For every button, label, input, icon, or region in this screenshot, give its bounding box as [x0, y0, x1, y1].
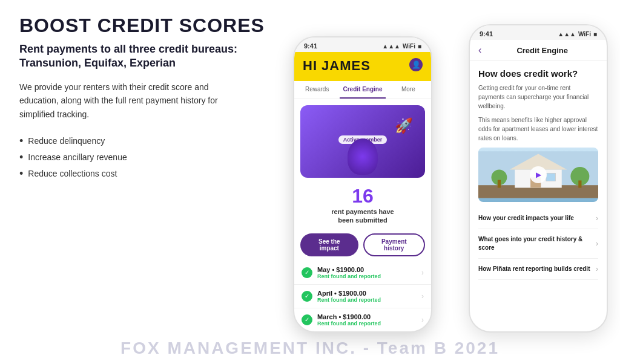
tab-more[interactable]: More [386, 81, 431, 99]
phone2-time: 9:41 [480, 30, 493, 37]
rocket-icon: 🚀 [395, 117, 413, 134]
menu-chevron-3: › [596, 265, 598, 273]
play-button[interactable]: ▶ [530, 166, 547, 183]
menu-chevron-2: › [596, 239, 598, 248]
menu-item-3[interactable]: How Piñata rent reporting builds credit … [478, 259, 598, 280]
phone-1: 9:41 ▲▲▲ WiFi ■ 👤 HI JAMES Rewards Credi… [293, 36, 432, 333]
phone2-status-icons: ▲▲▲ WiFi ■ [558, 31, 597, 37]
battery-icon: ■ [418, 43, 421, 50]
payment-info-march: March • $1900.00 Rent found and reported [317, 313, 417, 327]
payment-item-may: ✓ May • $1900.00 Rent found and reported… [294, 261, 431, 285]
phone1-hero: Active member 🚀 [300, 105, 425, 178]
check-icon-may: ✓ [302, 267, 312, 278]
phone1-header: 👤 HI JAMES [294, 52, 431, 81]
phone2-screen-title: Credit Engine [486, 46, 598, 55]
phone1-status-icons: ▲▲▲ WiFi ■ [382, 43, 421, 50]
phone2-status-bar: 9:41 ▲▲▲ WiFi ■ [470, 25, 607, 40]
credit-desc-2: This means benefits like higher approval… [478, 115, 598, 143]
chevron-icon-april: › [421, 292, 424, 301]
chevron-icon-march: › [421, 316, 424, 324]
chevron-icon-may: › [421, 268, 424, 277]
phone1-tabs: Rewards Credit Engine More [294, 81, 431, 99]
svg-rect-7 [498, 180, 501, 188]
payment-sub-april: Rent found and reported [317, 297, 417, 303]
menu-item-1[interactable]: How your credit impacts your life › [478, 208, 598, 229]
payment-info-april: April • $1900.00 Rent found and reported [317, 290, 417, 303]
bullet-item-2: Increase ancillary revenue [19, 149, 249, 166]
phone1-status-bar: 9:41 ▲▲▲ WiFi ■ [294, 37, 431, 52]
check-icon-march: ✓ [302, 314, 312, 325]
stat-number: 16 [300, 185, 425, 207]
user-icon: 👤 [409, 58, 423, 71]
phone1-stats: 16 rent payments havebeen submitted [294, 178, 431, 229]
phone2-signal-icon: ▲▲▲ [558, 31, 576, 37]
menu-item-text-3: How Piñata rent reporting builds credit [478, 265, 596, 273]
menu-chevron-1: › [596, 214, 598, 223]
greeting: HI JAMES [303, 58, 423, 74]
payment-item-april: ✓ April • $1900.00 Rent found and report… [294, 285, 431, 308]
svg-rect-5 [546, 173, 555, 181]
credit-desc-1: Getting credit for your on-time rent pay… [478, 83, 598, 111]
phone2-battery-icon: ■ [593, 31, 597, 37]
check-icon-april: ✓ [302, 291, 312, 302]
hero-figure [348, 138, 378, 175]
phone2-content: How does credit work? Getting credit for… [470, 61, 607, 287]
bullet-item-3: Reduce collections cost [19, 166, 249, 182]
house-image: ▶ [478, 148, 598, 202]
bullet-item-1: Reduce delinquency [19, 133, 249, 149]
wifi-icon: WiFi [403, 43, 415, 50]
tab-rewards[interactable]: Rewards [294, 81, 340, 99]
payment-sub-march: Rent found and reported [317, 320, 417, 327]
payment-info-may: May • $1900.00 Rent found and reported [317, 266, 417, 279]
back-arrow-icon[interactable]: ‹ [478, 45, 481, 56]
svg-rect-9 [578, 180, 581, 187]
phone2-wifi-icon: WiFi [578, 31, 591, 37]
menu-item-text-2: What goes into your credit history & sco… [478, 235, 596, 252]
menu-item-2[interactable]: What goes into your credit history & sco… [478, 229, 598, 259]
stat-label: rent payments havebeen submitted [300, 207, 425, 225]
phone1-time: 9:41 [304, 42, 317, 50]
phone2-header: ‹ Credit Engine [470, 40, 607, 61]
credit-main-title: How does credit work? [478, 68, 598, 79]
see-impact-button[interactable]: See the impact [300, 233, 358, 256]
subtitle: Rent payments to all three credit bureau… [19, 42, 249, 71]
description: We provide your renters with their credi… [19, 80, 249, 121]
phones-container: 9:41 ▲▲▲ WiFi ■ 👤 HI JAMES Rewards Credi… [269, 12, 608, 357]
payment-main-may: May • $1900.00 [317, 266, 417, 273]
bullet-list: Reduce delinquency Increase ancillary re… [19, 133, 249, 182]
phone1-buttons: See the impact Payment history [294, 229, 431, 261]
phone-2: 9:41 ▲▲▲ WiFi ■ ‹ Credit Engine How does… [469, 24, 608, 333]
left-panel: Rent payments to all three credit bureau… [19, 42, 249, 182]
payment-history-button[interactable]: Payment history [363, 233, 425, 256]
payment-item-march: ✓ March • $1900.00 Rent found and report… [294, 308, 431, 332]
menu-item-text-1: How your credit impacts your life [478, 214, 596, 223]
payment-main-march: March • $1900.00 [317, 313, 417, 320]
signal-icon: ▲▲▲ [382, 43, 400, 50]
page-wrapper: BOOST CREDIT SCORES Rent payments to all… [0, 0, 620, 364]
payment-main-april: April • $1900.00 [317, 290, 417, 297]
tab-credit-engine[interactable]: Credit Engine [340, 81, 385, 99]
payment-sub-may: Rent found and reported [317, 273, 417, 279]
